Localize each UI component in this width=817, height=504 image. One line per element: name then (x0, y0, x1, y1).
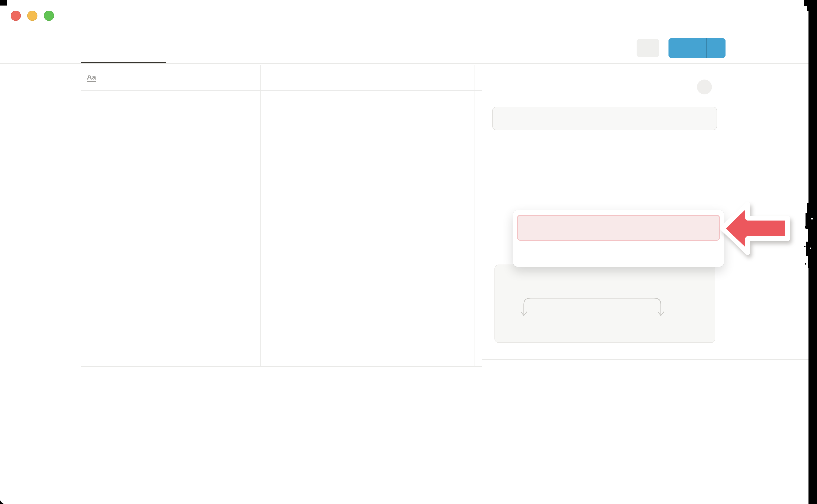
screenshot-edge-artifact (804, 0, 817, 6)
relation-preview-card (495, 265, 715, 343)
annotation-arrow-left-icon (698, 189, 813, 268)
section-divider (482, 412, 809, 412)
phone-icon (513, 325, 522, 333)
screenshot-edge-artifact (0, 0, 7, 6)
new-row-button[interactable] (81, 339, 482, 367)
trash-icon (504, 390, 514, 400)
phone-icon (621, 325, 630, 333)
back-icon[interactable] (498, 81, 510, 93)
preview-child-item (621, 325, 633, 333)
limit-dropdown-menu (513, 210, 724, 267)
forward-arrow-icon[interactable] (110, 9, 123, 23)
app-window: Aa (0, 0, 817, 504)
notion-window: Aa (0, 0, 817, 504)
table-view-icon (85, 44, 94, 53)
edit-property-panel (482, 64, 809, 504)
more-icon (641, 46, 655, 50)
back-arrow-icon[interactable] (90, 9, 103, 23)
new-button[interactable] (669, 38, 726, 58)
screenshot-edge-artifact (807, 6, 817, 11)
search-icon[interactable] (616, 41, 630, 55)
view-options-button[interactable] (637, 39, 659, 57)
new-button-divider (706, 38, 707, 58)
clock-icon[interactable] (720, 8, 735, 23)
field-value-type[interactable] (692, 146, 714, 158)
relation-arrows (495, 265, 716, 343)
select-property-icon (266, 73, 275, 82)
board-view-icon (276, 44, 285, 53)
column-header-name[interactable]: Aa (81, 73, 260, 81)
more-icon[interactable] (777, 14, 792, 18)
hide-in-view-button[interactable] (482, 364, 809, 379)
column-header-title[interactable] (260, 73, 482, 82)
tab-all-table[interactable] (85, 41, 98, 56)
property-name-input[interactable] (492, 107, 717, 130)
delete-property-button[interactable] (482, 387, 809, 403)
toolbar-divider (0, 63, 808, 64)
close-button[interactable] (697, 80, 712, 94)
traffic-light-close[interactable] (11, 11, 21, 21)
close-icon (700, 83, 709, 91)
eye-off-icon (504, 367, 514, 377)
tab-gallery-view[interactable] (179, 41, 192, 56)
gallery-view-icon (179, 44, 188, 53)
hamburger-icon[interactable] (64, 11, 80, 21)
text-property-icon: Aa (87, 73, 96, 81)
column-divider[interactable] (474, 65, 475, 367)
screenshot-noise-artifact (804, 203, 817, 276)
traffic-light-minimize[interactable] (27, 11, 37, 21)
arrow-up-right-icon (692, 148, 700, 156)
plus-icon (88, 348, 98, 357)
star-icon[interactable] (749, 8, 765, 24)
section-divider (482, 359, 809, 360)
preview-child-item (513, 325, 525, 333)
menu-item-1-page[interactable] (517, 215, 720, 241)
traffic-light-zoom[interactable] (44, 11, 54, 21)
add-view-button[interactable] (367, 43, 378, 54)
tab-by-location[interactable] (276, 41, 289, 56)
column-divider[interactable] (260, 65, 261, 367)
chevron-right-icon (705, 148, 714, 156)
table-header: Aa (81, 65, 482, 91)
